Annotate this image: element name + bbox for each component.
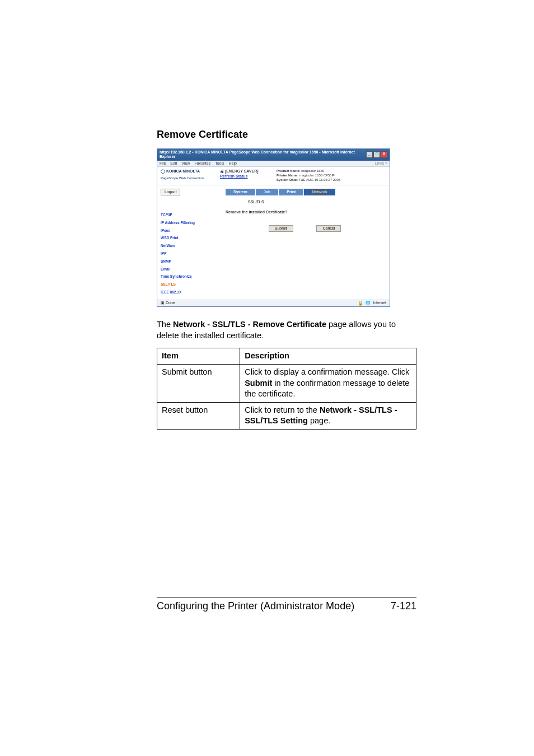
desc-reset: Click to return to the Network - SSL/TLS… — [240, 402, 416, 429]
tab-network[interactable]: Network — [304, 189, 336, 195]
menu-file[interactable]: File — [160, 161, 166, 166]
window-maximize-icon[interactable]: □ — [373, 151, 380, 158]
footer-section: Configuring the Printer (Administrator M… — [157, 600, 354, 612]
logout-button[interactable]: Logout — [161, 189, 180, 195]
tab-system[interactable]: System — [226, 189, 256, 195]
item-submit: Submit button — [157, 365, 240, 403]
printer-icon: 🖨 [ENERGY SAVER] — [220, 169, 273, 174]
browser-status-bar: ▣ Done 🔒 🌐 Internet — [157, 300, 390, 307]
sidebar-item-ipp[interactable]: IPP — [161, 250, 217, 258]
sidebar-item-ipsec[interactable]: IPsec — [161, 227, 217, 235]
product-info: Product Name: magicolor 1650 Printer Nam… — [277, 169, 340, 182]
remove-cert-question: Remove the installed Certificate? — [226, 210, 384, 214]
browser-window: http://192.168.1.2 - KONICA MINOLTA Page… — [157, 148, 390, 307]
sidebar-item-email[interactable]: Email — [161, 265, 217, 273]
definition-table: Item Description Submit button Click to … — [157, 348, 416, 429]
cancel-button[interactable]: Cancel — [316, 225, 341, 232]
refresh-status-link[interactable]: Refresh Status — [220, 174, 247, 178]
window-minimize-icon[interactable]: _ — [366, 151, 373, 158]
status-zone: Internet — [373, 301, 386, 305]
footer-page-number: 7-121 — [391, 600, 416, 612]
main-tabs: System Job Print Network — [226, 189, 384, 195]
menu-help[interactable]: Help — [229, 161, 237, 166]
page-description: The Network - SSL/TLS - Remove Certifica… — [157, 319, 416, 341]
sidebar-item-snmp[interactable]: SNMP — [161, 258, 217, 265]
sidebar-item-tcpip[interactable]: TCP/IP — [161, 211, 217, 219]
lock-icon: 🔒 — [358, 301, 363, 306]
page-footer: Configuring the Printer (Administrator M… — [157, 598, 416, 612]
menu-view[interactable]: View — [181, 161, 190, 166]
table-row: Reset button Click to return to the Netw… — [157, 402, 416, 429]
internet-zone-icon: 🌐 — [366, 301, 371, 305]
sidebar-item-ieee8021x[interactable]: IEEE 802.1X — [161, 288, 217, 296]
browser-menu-bar: File Edit View Favorites Tools Help Link… — [157, 161, 390, 167]
desc-submit: Click to display a confirmation message.… — [240, 365, 416, 403]
menu-favorites[interactable]: Favorites — [194, 161, 210, 166]
tab-job[interactable]: Job — [256, 189, 279, 195]
content-subheading: SSL/TLS — [248, 200, 384, 204]
brand-subtitle: PageScope Web Connection — [161, 176, 217, 180]
energy-saver-label: [ENERGY SAVER] — [225, 169, 259, 173]
window-close-icon[interactable]: X — [381, 151, 387, 158]
item-reset: Reset button — [157, 402, 240, 429]
table-header-description: Description — [240, 348, 416, 365]
sidebar-item-ssl-tls[interactable]: SSL/TLS — [161, 281, 217, 288]
window-title-bar: http://192.168.1.2 - KONICA MINOLTA Page… — [157, 149, 390, 161]
menu-links[interactable]: Links » — [375, 161, 387, 166]
network-side-nav: TCP/IP IP Address Filtering IPsec WSD Pr… — [161, 211, 217, 296]
menu-tools[interactable]: Tools — [215, 161, 224, 166]
status-done: ▣ Done — [161, 301, 175, 305]
table-row: Submit button Click to display a confirm… — [157, 365, 416, 403]
sidebar-item-netware[interactable]: NetWare — [161, 242, 217, 250]
table-header-item: Item — [157, 348, 240, 365]
brand-logo: ◯ KONICA MINOLTA — [161, 169, 217, 174]
section-heading: Remove Certificate — [157, 129, 416, 141]
sidebar-item-time-sync[interactable]: Time Synchronize — [161, 273, 217, 281]
sidebar-item-ip-filtering[interactable]: IP Address Filtering — [161, 219, 217, 227]
window-title-text: http://192.168.1.2 - KONICA MINOLTA Page… — [160, 150, 366, 160]
tab-print[interactable]: Print — [279, 189, 304, 195]
sidebar-item-wsd-print[interactable]: WSD Print — [161, 234, 217, 242]
submit-button[interactable]: Submit — [269, 225, 293, 232]
menu-edit[interactable]: Edit — [170, 161, 177, 166]
